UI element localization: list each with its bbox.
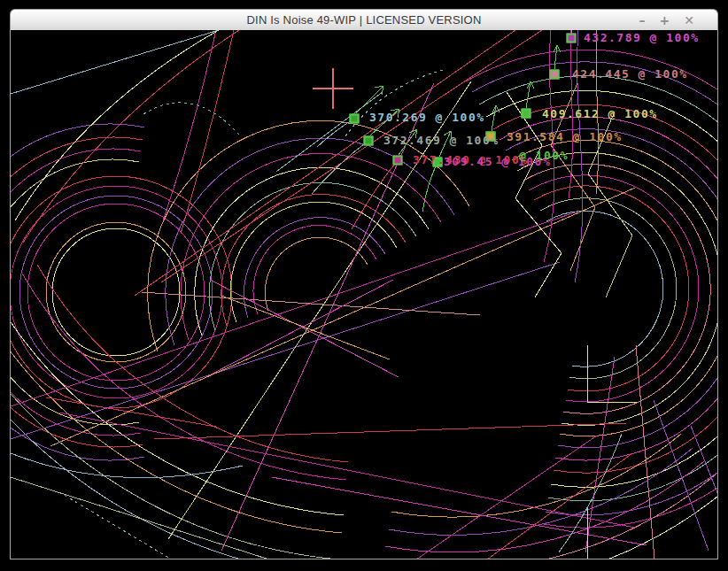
crosshair-cursor xyxy=(313,68,353,109)
drone-square[interactable] xyxy=(567,34,577,43)
close-button[interactable]: ✕ xyxy=(684,14,694,27)
drone-square[interactable] xyxy=(364,136,374,146)
left-ring-system xyxy=(11,124,232,460)
drone-square[interactable] xyxy=(522,109,531,119)
drone-label: 391.584 @ 100% xyxy=(507,130,623,143)
window-controls: – + ✕ xyxy=(639,10,694,30)
drone-label: 432.789 @ 100% xyxy=(584,31,700,44)
title-bar[interactable]: DIN Is Noise 49-WIP | LICENSED VERSION –… xyxy=(10,9,718,31)
right-ring-system xyxy=(466,50,717,528)
drone-square[interactable] xyxy=(550,70,560,80)
drone-label: 370.269 @ 100% xyxy=(369,111,485,124)
drone-label: 409.612 @ 100% xyxy=(542,107,658,120)
app-window: DIN Is Noise 49-WIP | LICENSED VERSION –… xyxy=(0,0,728,571)
drone-label: 424.445 @ 100% xyxy=(572,67,688,81)
drone-square[interactable] xyxy=(350,114,360,124)
drone-label: 372.469 @ 100% xyxy=(383,134,500,147)
din-canvas[interactable]: 432.789 @ 100% 424.445 @ 100% 409.612 @ … xyxy=(10,30,718,559)
drone-square[interactable] xyxy=(393,156,403,166)
drone-label-partial: @ 100% xyxy=(519,149,569,162)
minimize-button[interactable]: – xyxy=(639,14,646,27)
bottom-left-arcs xyxy=(11,265,348,559)
window-title: DIN Is Noise 49-WIP | LICENSED VERSION xyxy=(246,13,481,27)
maximize-button[interactable]: + xyxy=(660,14,670,27)
bottom-right-arcs xyxy=(380,434,717,559)
